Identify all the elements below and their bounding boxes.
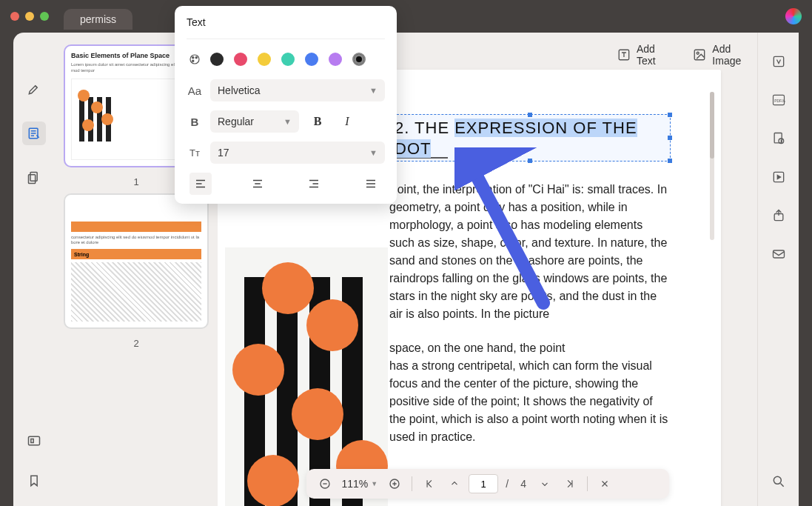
add-text-button[interactable]: Add Text (617, 43, 672, 67)
body-paragraph-1: Point, the interpretation of "Ci Hai" is… (389, 181, 671, 323)
edit-text-tool-icon[interactable] (22, 121, 46, 145)
color-swatch-pink[interactable] (234, 53, 247, 66)
minimize-window-button[interactable] (25, 12, 34, 21)
app-logo-icon (785, 8, 802, 24)
selected-heading-text[interactable]: 2. THE EXPRESSION OF THE DOT (390, 115, 670, 162)
svg-point-6 (697, 52, 699, 54)
page-navigation-toolbar: 111% ▼ / 4 (306, 469, 669, 499)
document-figure (225, 247, 388, 506)
color-picker-icon[interactable] (187, 53, 203, 66)
svg-rect-5 (695, 50, 705, 59)
left-tool-rail (13, 33, 55, 506)
zoom-out-button[interactable] (314, 473, 336, 495)
bookmark-tool-icon[interactable] (22, 469, 46, 493)
align-right-button[interactable] (303, 173, 325, 195)
text-icon (617, 47, 631, 62)
slideshow-icon[interactable] (769, 167, 788, 187)
document-tab[interactable]: permiss (64, 9, 132, 30)
svg-point-19 (192, 57, 194, 59)
close-toolbar-button[interactable] (594, 473, 616, 495)
resize-handle[interactable] (528, 159, 532, 163)
thumbnail-page-2[interactable]: consectetur adipiscing elit sed do eiusm… (64, 193, 209, 330)
color-swatch-black[interactable] (210, 53, 224, 66)
font-weight-icon: B (187, 116, 203, 128)
font-family-icon: Aa (187, 84, 203, 97)
svg-point-17 (774, 476, 781, 484)
pages-tool-icon[interactable] (22, 166, 46, 190)
chevron-down-icon: ▼ (371, 480, 378, 487)
svg-point-20 (195, 57, 197, 59)
chevron-down-icon: ▼ (283, 117, 292, 126)
svg-rect-3 (29, 436, 40, 445)
color-swatch-selected[interactable] (352, 53, 366, 66)
ocr-icon[interactable] (769, 52, 788, 71)
zoom-value: 111% (342, 478, 369, 490)
last-page-button[interactable] (559, 473, 581, 495)
svg-rect-12 (774, 133, 782, 143)
svg-rect-9 (774, 56, 783, 66)
svg-point-18 (190, 55, 199, 64)
align-center-button[interactable] (246, 173, 269, 195)
zoom-level-dropdown[interactable]: 111% ▼ (339, 478, 381, 490)
svg-rect-16 (773, 250, 784, 258)
thumb-preview-text: consectetur adipiscing elit sed do eiusm… (71, 235, 201, 247)
search-icon[interactable] (769, 472, 788, 491)
font-size-icon: Tт (187, 147, 203, 159)
vertical-scrollbar[interactable] (710, 92, 714, 240)
window-titlebar: permiss (0, 0, 812, 33)
page-number-input[interactable] (469, 474, 498, 493)
chevron-down-icon: ▼ (369, 86, 378, 95)
align-justify-button[interactable] (360, 173, 382, 195)
pdfa-icon[interactable]: PDF/A (769, 90, 788, 110)
resize-handle[interactable] (528, 113, 532, 117)
resize-handle[interactable] (668, 159, 672, 163)
right-tool-rail: PDF/A (757, 33, 799, 506)
color-swatch-blue[interactable] (305, 53, 318, 66)
svg-rect-2 (29, 175, 36, 184)
add-image-button[interactable]: Add Image (693, 43, 757, 67)
separator (587, 476, 588, 491)
font-family-value: Helvetica (218, 84, 261, 96)
svg-text:PDF/A: PDF/A (774, 99, 785, 103)
color-swatch-yellow[interactable] (258, 53, 271, 66)
text-selection-box[interactable]: 2. THE EXPRESSION OF THE DOT (389, 114, 671, 162)
share-icon[interactable] (769, 206, 788, 225)
italic-button[interactable]: I (336, 110, 358, 133)
resize-handle[interactable] (668, 136, 672, 140)
font-family-select[interactable]: Helvetica ▼ (210, 79, 385, 101)
page-total: 4 (516, 478, 531, 490)
highlighter-tool-icon[interactable] (22, 77, 46, 101)
chevron-down-icon: ▼ (369, 148, 378, 157)
add-image-label: Add Image (712, 43, 757, 67)
window-controls (10, 12, 49, 21)
separator (187, 39, 385, 39)
heading-prefix: 2. THE (395, 119, 454, 137)
canvas-top-actions: Add Text Add Image (617, 43, 757, 67)
mail-icon[interactable] (769, 244, 788, 264)
scrollbar-thumb[interactable] (710, 92, 714, 159)
align-left-button[interactable] (189, 173, 212, 195)
color-swatch-purple[interactable] (329, 53, 342, 66)
thumb-string-label: String (71, 249, 201, 259)
bold-button[interactable]: B (306, 110, 329, 133)
font-weight-select[interactable]: Regular ▼ (210, 110, 299, 133)
image-icon (693, 47, 706, 62)
first-page-button[interactable] (418, 473, 440, 495)
body-paragraph-2: space, on the one hand, the point has a … (389, 339, 671, 446)
prev-page-button[interactable] (443, 473, 466, 495)
page-separator: / (501, 478, 513, 490)
document-tab-label: permiss (80, 13, 116, 25)
resize-handle[interactable] (668, 113, 672, 117)
svg-rect-1 (30, 173, 37, 182)
maximize-window-button[interactable] (40, 12, 49, 21)
thumb-preview-text (71, 204, 201, 219)
zoom-in-button[interactable] (383, 473, 406, 495)
thumb-orange-bar (71, 222, 201, 232)
thumb-preview-graphic (71, 262, 201, 322)
color-swatch-teal[interactable] (281, 53, 295, 66)
protect-icon[interactable] (769, 129, 788, 148)
next-page-button[interactable] (534, 473, 556, 495)
close-window-button[interactable] (10, 12, 19, 21)
font-size-select[interactable]: 17 ▼ (210, 142, 385, 164)
field-tool-icon[interactable] (22, 429, 46, 453)
